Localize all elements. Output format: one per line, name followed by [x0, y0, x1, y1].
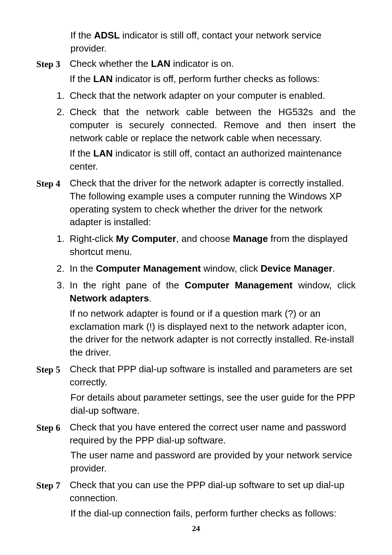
- step-6: Step 6 Check that you have entered the c…: [36, 421, 356, 478]
- list-number: 1.: [57, 89, 70, 105]
- step-3: Step 3 Check whether the LAN indicator i…: [36, 57, 356, 88]
- step-3-content: Check whether the LAN indicator is on. I…: [70, 57, 356, 88]
- step7-line1: Check that you can use the PPP dial-up s…: [70, 479, 356, 505]
- step4-item3a-b2: Network adapters: [70, 293, 149, 304]
- step4-item3a-mid: window, click: [293, 280, 356, 291]
- step3-item1: 1. Check that the network adapter on you…: [57, 89, 356, 105]
- step7-line2: If the dial-up connection fails, perform…: [70, 507, 356, 520]
- list-number: 2.: [57, 262, 70, 278]
- step-4-list: 1. Right-click My Computer, and choose M…: [36, 232, 356, 361]
- step3-line2-pre: If the: [70, 73, 93, 84]
- step3-line1-bold: LAN: [151, 58, 170, 69]
- step4-item1-b1: My Computer: [116, 233, 176, 244]
- step4-item2-mid: window, click: [201, 263, 261, 274]
- step-5-content: Check that PPP dial-up software is insta…: [70, 363, 356, 420]
- step-6-content: Check that you have entered the correct …: [70, 421, 356, 478]
- step-7-content: Check that you can use the PPP dial-up s…: [70, 479, 356, 522]
- step4-item2-pre: In the: [70, 263, 96, 274]
- step4-item3a-b1: Computer Management: [185, 280, 293, 291]
- step6-line2: The user name and password are provided …: [70, 449, 356, 475]
- step3-line2-post: indicator is off, perform further checks…: [113, 73, 319, 84]
- step-3-list: 1. Check that the network adapter on you…: [36, 89, 356, 175]
- step3-item2b-pre: If the: [70, 148, 93, 159]
- step4-item3: 3. In the right pane of the Computer Man…: [57, 279, 356, 361]
- step4-item3a-post: .: [149, 293, 151, 304]
- step-5-label: Step 5: [36, 363, 70, 420]
- step-5: Step 5 Check that PPP dial-up software i…: [36, 363, 356, 420]
- list-number: 2.: [57, 106, 70, 175]
- step4-item2-post: .: [332, 263, 335, 274]
- step-3-label: Step 3: [36, 57, 70, 88]
- step-7: Step 7 Check that you can use the PPP di…: [36, 479, 356, 522]
- intro-paragraph: If the ADSL indicator is still off, cont…: [36, 29, 356, 55]
- step5-line1: Check that PPP dial-up software is insta…: [70, 363, 356, 389]
- step3-line1-post: indicator is on.: [170, 58, 234, 69]
- intro-text-pre: If the: [70, 30, 94, 41]
- step3-item2b-bold: LAN: [93, 148, 113, 159]
- step4-item3a-pre: In the right pane of the: [70, 280, 185, 291]
- step4-item1: 1. Right-click My Computer, and choose M…: [57, 232, 356, 261]
- step4-line1: Check that the driver for the network ad…: [70, 177, 356, 229]
- step-4-content: Check that the driver for the network ad…: [70, 177, 356, 231]
- step5-line2: For details about parameter settings, se…: [70, 391, 356, 417]
- document-page: If the ADSL indicator is still off, cont…: [0, 0, 392, 555]
- step-7-label: Step 7: [36, 479, 70, 522]
- step4-item2-b2: Device Manager: [261, 263, 332, 274]
- step-6-label: Step 6: [36, 421, 70, 478]
- step3-item1-text: Check that the network adapter on your c…: [70, 89, 356, 102]
- step-4: Step 4 Check that the driver for the net…: [36, 177, 356, 231]
- step-4-label: Step 4: [36, 177, 70, 231]
- step3-item2a-text: Check that the network cable between the…: [70, 106, 356, 145]
- step4-item1-mid: , and choose: [176, 233, 233, 244]
- step6-line1: Check that you have entered the correct …: [70, 421, 356, 447]
- list-number: 3.: [57, 279, 70, 361]
- step4-item2: 2. In the Computer Management window, cl…: [57, 262, 356, 278]
- list-number: 1.: [57, 232, 70, 261]
- intro-bold-adsl: ADSL: [94, 30, 120, 41]
- step4-item2-b1: Computer Management: [96, 263, 201, 274]
- step4-item1-b2: Manage: [233, 233, 268, 244]
- page-number: 24: [0, 524, 392, 533]
- step4-item3b: If no network adapter is found or if a q…: [70, 307, 356, 360]
- step3-item2: 2. Check that the network cable between …: [57, 106, 356, 175]
- step4-item1-pre: Right-click: [70, 233, 116, 244]
- body-area: If the ADSL indicator is still off, cont…: [36, 29, 356, 522]
- step3-line1-pre: Check whether the: [70, 58, 151, 69]
- step3-line2-bold: LAN: [93, 73, 113, 84]
